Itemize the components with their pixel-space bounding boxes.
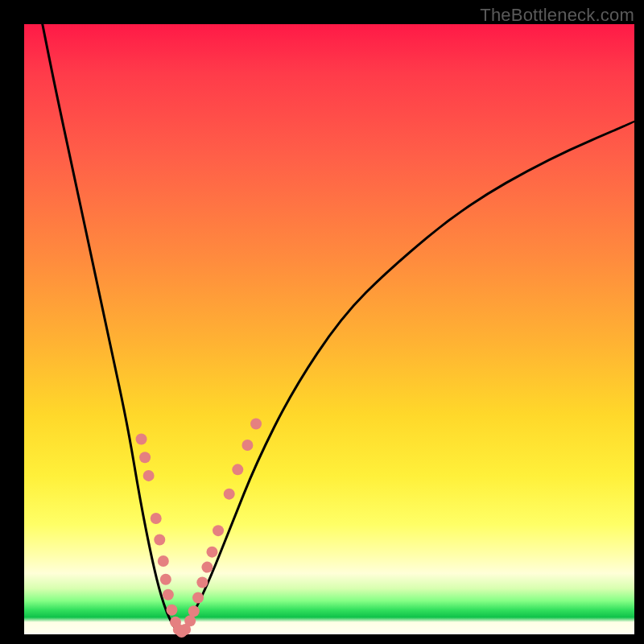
bottleneck-curve: [43, 24, 634, 631]
svg-point-17: [201, 562, 213, 573]
svg-point-4: [154, 535, 165, 546]
svg-point-0: [136, 433, 147, 444]
svg-point-5: [158, 555, 169, 567]
svg-point-15: [192, 592, 204, 604]
svg-point-8: [166, 605, 177, 616]
svg-point-19: [213, 525, 224, 536]
svg-point-22: [242, 440, 253, 451]
svg-point-20: [224, 489, 235, 500]
svg-point-1: [139, 452, 151, 463]
svg-point-13: [184, 615, 196, 626]
svg-point-3: [151, 513, 162, 524]
watermark-text: TheBottleneck.com: [480, 5, 634, 26]
svg-point-18: [206, 547, 217, 558]
svg-point-23: [250, 418, 262, 429]
svg-point-14: [188, 605, 200, 617]
svg-point-16: [196, 577, 208, 588]
svg-point-6: [160, 574, 171, 585]
chart-frame: TheBottleneck.com: [0, 0, 644, 644]
plot-area: [24, 24, 634, 634]
svg-point-7: [163, 589, 174, 601]
curve-layer: [24, 24, 634, 634]
svg-point-2: [143, 470, 155, 481]
svg-point-21: [232, 464, 243, 475]
